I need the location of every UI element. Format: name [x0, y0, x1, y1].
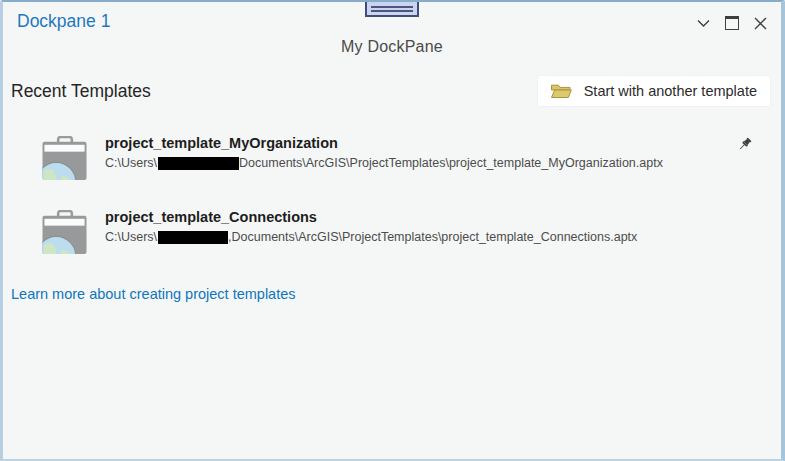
- project-template-icon: [41, 136, 89, 185]
- dockpane-heading: My DockPane: [3, 38, 781, 56]
- pin-icon[interactable]: [736, 136, 753, 157]
- window-controls: [697, 16, 767, 30]
- redacted-username: [158, 231, 228, 244]
- grip-bar: [371, 6, 413, 8]
- dockpane-window: Dockpane 1 My DockPane Recent Templates: [0, 0, 785, 461]
- grip-bar: [371, 10, 413, 12]
- close-icon[interactable]: [754, 17, 767, 30]
- template-list-item[interactable]: project_template_MyOrganization C:\Users…: [41, 134, 767, 185]
- pane-title: Dockpane 1: [17, 11, 110, 31]
- start-with-another-template-label: Start with another template: [584, 83, 757, 99]
- start-with-another-template-button[interactable]: Start with another template: [537, 75, 771, 107]
- project-template-icon: [41, 210, 89, 259]
- drag-grip-icon[interactable]: [365, 0, 419, 17]
- open-folder-icon: [550, 82, 572, 99]
- section-title: Recent Templates: [11, 81, 151, 102]
- template-name: project_template_MyOrganization: [105, 134, 663, 152]
- redacted-username: [158, 157, 239, 170]
- maximize-icon[interactable]: [725, 16, 739, 30]
- template-list-item[interactable]: project_template_Connections C:\Users\,D…: [41, 208, 767, 259]
- template-info: project_template_Connections C:\Users\,D…: [105, 208, 637, 244]
- chevron-down-icon[interactable]: [697, 19, 710, 28]
- section-header-row: Recent Templates Start with another temp…: [3, 75, 781, 107]
- template-name: project_template_Connections: [105, 208, 637, 226]
- template-info: project_template_MyOrganization C:\Users…: [105, 134, 663, 170]
- learn-more-link[interactable]: Learn more about creating project templa…: [11, 286, 296, 302]
- template-path: C:\Users\,Documents\ArcGIS\ProjectTempla…: [105, 230, 637, 244]
- template-path: C:\Users\Documents\ArcGIS\ProjectTemplat…: [105, 156, 663, 170]
- recent-templates-list: project_template_MyOrganization C:\Users…: [41, 134, 767, 259]
